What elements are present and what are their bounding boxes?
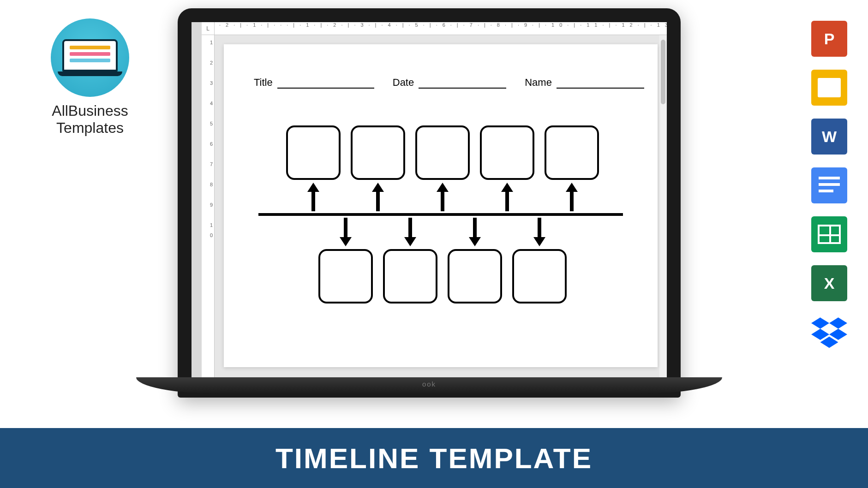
vertical-scrollbar[interactable] xyxy=(659,35,667,377)
horizontal-ruler: ·2·|·1·|···|·1·|·2·|·3·|·4·|·5·|·6·|·7·|… xyxy=(215,22,667,35)
date-label: Date xyxy=(393,77,414,89)
vertical-ruler: 1 2 3 4 5 6 7 8 9 10 xyxy=(202,35,215,377)
laptop-mockup: L ·2·|·1·|···|·1·|·2·|·3·|·4·|·5·|·6·|·7… xyxy=(178,8,681,398)
hinge-brand-text: ook xyxy=(422,380,436,388)
google-sheets-icon[interactable] xyxy=(811,216,847,252)
name-label: Name xyxy=(525,77,552,89)
document-page: Title Date Name xyxy=(224,44,658,367)
brand-name: AllBusiness Templates xyxy=(37,102,143,137)
timeline-box-top[interactable] xyxy=(415,125,470,180)
timeline-box-top[interactable] xyxy=(286,125,341,180)
excel-icon[interactable]: X xyxy=(811,265,847,301)
title-label: Title xyxy=(254,77,273,89)
svg-marker-0 xyxy=(811,317,829,328)
timeline-box-top[interactable] xyxy=(351,125,405,180)
banner-title: TIMELINE TEMPLATE xyxy=(275,442,593,475)
brand-block: AllBusiness Templates xyxy=(37,18,143,137)
title-field: Title xyxy=(254,77,374,89)
brand-line2: Templates xyxy=(56,119,124,136)
timeline-box-top[interactable] xyxy=(480,125,534,180)
svg-marker-1 xyxy=(829,317,847,328)
laptop-hinge: ook xyxy=(136,377,722,394)
timeline-box-bottom[interactable] xyxy=(512,249,567,304)
name-field: Name xyxy=(525,77,644,89)
dropbox-icon[interactable] xyxy=(811,314,847,350)
powerpoint-icon[interactable]: P xyxy=(811,21,847,57)
laptop-screen: L ·2·|·1·|···|·1·|·2·|·3·|·4·|·5·|·6·|·7… xyxy=(192,22,667,377)
google-docs-icon[interactable] xyxy=(811,167,847,203)
laptop-bezel: L ·2·|·1·|···|·1·|·2·|·3·|·4·|·5·|·6·|·7… xyxy=(178,8,681,398)
brand-badge xyxy=(51,18,129,97)
date-blank[interactable] xyxy=(419,88,506,89)
app-icons-column: P W X xyxy=(811,21,847,350)
timeline-box-bottom[interactable] xyxy=(383,249,437,304)
header-fields: Title Date Name xyxy=(254,77,628,89)
timeline-box-bottom[interactable] xyxy=(448,249,502,304)
timeline-diagram xyxy=(254,121,628,315)
brand-laptop-icon xyxy=(62,39,118,76)
ruler-corner: L xyxy=(202,22,215,35)
name-blank[interactable] xyxy=(557,88,644,89)
timeline-box-bottom[interactable] xyxy=(318,249,373,304)
timeline-box-top[interactable] xyxy=(545,125,599,180)
footer-banner: TIMELINE TEMPLATE xyxy=(0,428,868,488)
editor-margin xyxy=(192,22,202,377)
word-icon[interactable]: W xyxy=(811,119,847,155)
google-slides-icon[interactable] xyxy=(811,70,847,106)
title-blank[interactable] xyxy=(277,88,374,89)
brand-line1: AllBusiness xyxy=(52,102,128,119)
timeline-axis xyxy=(258,213,623,216)
date-field: Date xyxy=(393,77,506,89)
